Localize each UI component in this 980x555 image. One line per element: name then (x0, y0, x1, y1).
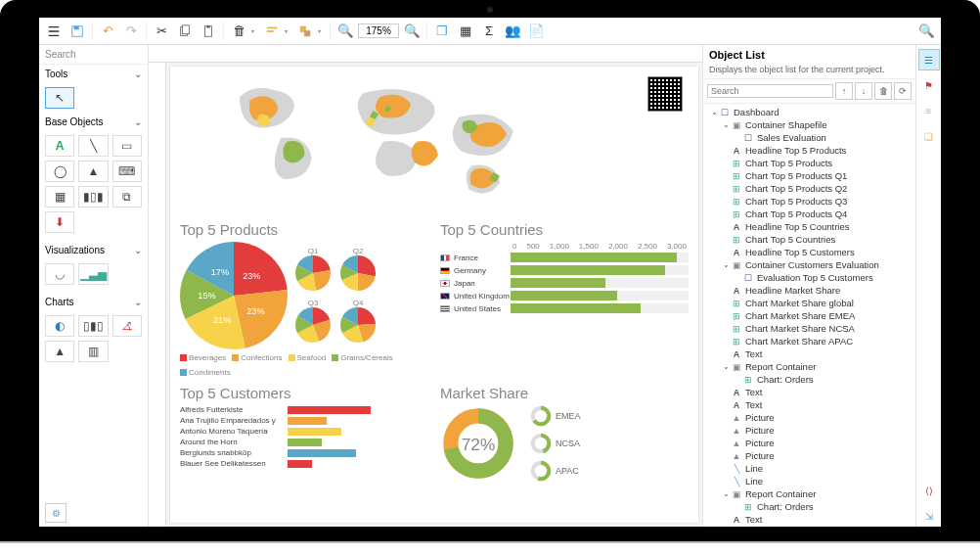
tree-item[interactable]: ╲Line (705, 462, 913, 475)
customer-row[interactable]: Ana Trujillo Emparedados y (180, 416, 428, 425)
products-pie[interactable]: 23%23%21%15%17% (180, 242, 288, 349)
quarter-pie[interactable] (295, 255, 331, 291)
country-row[interactable]: United Kingdom (440, 291, 689, 301)
country-row[interactable]: United States (440, 303, 689, 313)
country-row[interactable]: France (440, 253, 689, 262)
tree-item[interactable]: AText (705, 513, 913, 526)
pdf-tool[interactable]: ⬇ (45, 211, 74, 233)
object-tree[interactable]: ⌄☐Dashboard⌄▣Container Shapefile☐Sales E… (703, 104, 915, 527)
page-icon[interactable]: 📄 (525, 22, 547, 41)
tree-item[interactable]: ⌄☐Dashboard (705, 106, 913, 118)
tab-layers-icon[interactable]: ❏ (918, 125, 940, 147)
input-tool[interactable]: ⌨ (112, 161, 142, 182)
tree-item[interactable]: ⊞Chart Top 5 Products (705, 157, 913, 169)
tree-item[interactable]: ▲Picture (705, 437, 913, 449)
customer-row[interactable]: Alfreds Futterkiste (180, 405, 428, 414)
image-tool[interactable]: ▲ (78, 161, 108, 182)
world-map[interactable] (180, 76, 689, 213)
tree-item[interactable]: ⌄▣Report Container (705, 487, 913, 500)
tree-item[interactable]: ⊞Chart Market Share NCSA (705, 322, 913, 335)
ellipse-tool[interactable]: ◯ (45, 161, 74, 182)
tree-item[interactable]: ⊞Chart Market Share APAC (705, 335, 913, 347)
column-chart-tool[interactable]: ▥ (78, 341, 108, 362)
delete-icon[interactable]: 🗑 (228, 22, 249, 41)
align-icon[interactable] (261, 22, 283, 41)
tree-item[interactable]: AText (705, 526, 913, 527)
tree-item[interactable]: AText (705, 347, 913, 360)
bars-tool[interactable]: ▁▃▅ (78, 263, 108, 285)
tree-item[interactable]: ⌄▣Container Customers Evaluation (705, 258, 913, 271)
tree-item[interactable]: ⊞Chart Top 5 Countries (705, 233, 913, 246)
tree-item[interactable]: ⊞Chart Market Share EMEA (705, 309, 913, 322)
zoom-in-icon[interactable]: 🔍 (401, 22, 423, 41)
region-ring[interactable]: EMEA (530, 405, 581, 427)
charts-header[interactable]: Charts (39, 293, 148, 311)
tab-object-tree-icon[interactable]: ☰ (918, 49, 940, 70)
refresh-icon[interactable]: ⟳ (894, 82, 912, 100)
tree-item[interactable]: ☐Sales Evaluation (705, 131, 913, 144)
report-page[interactable]: Top 5 Products 23%23%21%15%17% Q1Q2Q3Q4 … (170, 67, 698, 523)
region-ring[interactable]: NCSA (530, 433, 581, 454)
country-row[interactable]: Germany (440, 265, 689, 275)
tree-item[interactable]: ▲Picture (705, 424, 913, 437)
tree-item[interactable]: ▲Picture (705, 411, 913, 424)
sigma-icon[interactable]: Σ (478, 22, 500, 41)
redo-icon[interactable]: ↷ (120, 22, 142, 41)
left-search[interactable]: Search (39, 45, 148, 65)
region-ring[interactable]: APAC (530, 460, 581, 482)
customer-row[interactable]: Around the Horn (180, 438, 428, 446)
cut-icon[interactable]: ✂ (151, 22, 172, 41)
pie-chart-tool[interactable]: ◐ (45, 315, 74, 337)
grid-tool[interactable]: ▦ (45, 186, 74, 208)
tree-item[interactable]: ⊞Chart Top 5 Products Q3 (705, 195, 913, 208)
tree-item[interactable]: AHeadline Top 5 Products (705, 144, 913, 157)
share-global-ring[interactable]: 72% (440, 405, 516, 482)
tree-item[interactable]: AText (705, 386, 913, 398)
layers-icon[interactable]: ❐ (431, 22, 453, 41)
tree-item[interactable]: ⊞Chart Top 5 Products Q1 (705, 169, 913, 182)
tree-item[interactable]: ▲Picture (705, 449, 913, 462)
line-tool[interactable]: ╲ (78, 135, 108, 157)
tree-item[interactable]: AText (705, 398, 913, 411)
tree-item[interactable]: ⊞Chart Market Share global (705, 297, 913, 309)
customer-row[interactable]: Antonio Moreno Taquería (180, 427, 428, 436)
tab-code-icon[interactable]: ⟨⟩ (918, 480, 940, 501)
tree-item[interactable]: ☐Evaluation Top 5 Customers (705, 271, 913, 284)
rect-tool[interactable]: ▭ (112, 135, 142, 157)
group-icon[interactable] (294, 22, 316, 41)
quarter-pie[interactable] (340, 255, 376, 291)
tree-item[interactable]: ⊞Chart Top 5 Products Q2 (705, 182, 913, 195)
tree-item[interactable]: AHeadline Top 5 Countries (705, 220, 913, 233)
bar-chart-tool[interactable]: ▯▮▯ (78, 315, 108, 337)
zoom-out-icon[interactable]: 🔍 (334, 22, 356, 41)
customer-row[interactable]: Blauer See Delikatessen (180, 459, 428, 468)
save-icon[interactable] (67, 22, 88, 41)
undo-icon[interactable]: ↶ (97, 22, 118, 41)
tools-header[interactable]: Tools (39, 65, 148, 83)
users-icon[interactable]: 👥 (502, 22, 523, 41)
zoom-input[interactable] (358, 23, 399, 38)
line-chart-tool[interactable]: ⦨ (112, 315, 142, 337)
tab-flag-icon[interactable]: ⚑ (918, 74, 940, 96)
country-row[interactable]: Japan (440, 278, 689, 288)
tree-item[interactable]: ⊞Chart Top 5 Products Q4 (705, 208, 913, 220)
pointer-tool[interactable]: ↖ (45, 87, 74, 109)
table-icon[interactable]: ▦ (455, 22, 476, 41)
settings-icon[interactable]: ⚙ (45, 503, 67, 523)
preview-icon[interactable]: 🔍 (915, 22, 937, 41)
quarter-pie[interactable] (295, 307, 331, 343)
tree-item[interactable]: ⊞Chart: Orders (705, 373, 913, 386)
copy-icon[interactable] (174, 22, 196, 41)
tree-item[interactable]: AHeadline Market Share (705, 284, 913, 297)
move-down-icon[interactable]: ↓ (855, 82, 872, 100)
tab-move-icon[interactable]: ⇲ (918, 505, 940, 527)
area-chart-tool[interactable]: ▲ (45, 341, 74, 362)
customer-row[interactable]: Berglunds snabbköp (180, 448, 428, 457)
delete-tree-icon[interactable]: 🗑 (874, 82, 892, 100)
menu-icon[interactable] (43, 22, 65, 41)
base-objects-header[interactable]: Base Objects (39, 113, 148, 131)
visualizations-header[interactable]: Visualizations (39, 241, 148, 259)
paste-icon[interactable] (198, 22, 219, 41)
tree-item[interactable]: ⌄▣Container Shapefile (705, 118, 913, 131)
barcode-tool[interactable]: ▮▯▮ (78, 186, 108, 208)
